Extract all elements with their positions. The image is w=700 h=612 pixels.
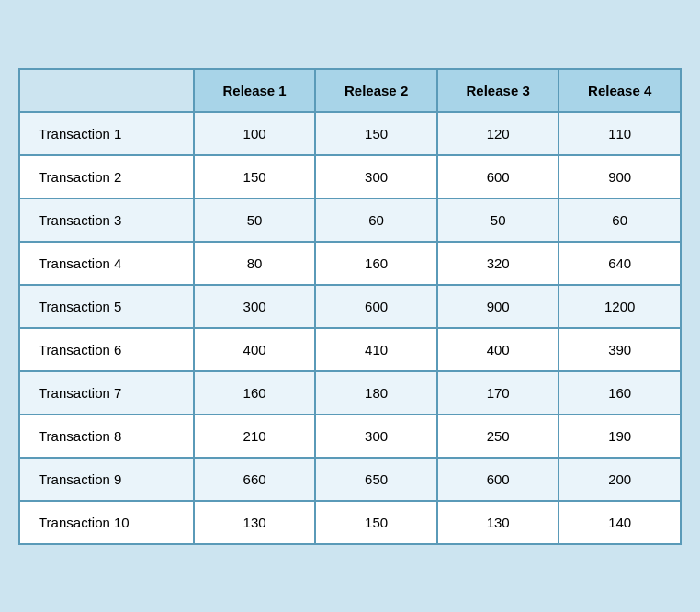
cell-row8-col4: 190 [559,414,681,458]
cell-row10-col4: 140 [559,501,681,544]
header-release4: Release 4 [559,69,681,112]
table-row: Transaction 2150300600900 [19,155,681,198]
cell-row7-col2: 180 [315,371,437,414]
cell-row7-col4: 160 [559,371,681,414]
cell-row5-col4: 1200 [559,285,681,328]
header-empty [19,69,194,112]
cell-row5-col2: 600 [315,285,437,328]
row-label-5: Transaction 5 [19,285,194,328]
cell-row10-col3: 130 [437,501,559,544]
row-label-7: Transaction 7 [19,371,194,414]
cell-row5-col3: 900 [437,285,559,328]
table-row: Transaction 53006009001200 [19,285,681,328]
cell-row9-col3: 600 [437,458,559,501]
cell-row3-col1: 50 [194,198,316,242]
row-label-1: Transaction 1 [19,112,194,155]
cell-row3-col2: 60 [315,198,437,242]
table-row: Transaction 8210300250190 [19,414,681,458]
table-row: Transaction 480160320640 [19,242,681,285]
table-row: Transaction 6400410400390 [19,328,681,371]
row-label-8: Transaction 8 [19,414,194,458]
cell-row8-col2: 300 [315,414,437,458]
cell-row6-col1: 400 [194,328,316,371]
cell-row9-col4: 200 [559,458,681,501]
cell-row1-col3: 120 [437,112,559,155]
cell-row10-col1: 130 [194,501,316,544]
row-label-3: Transaction 3 [19,198,194,242]
header-release2: Release 2 [315,69,437,112]
cell-row4-col3: 320 [437,242,559,285]
cell-row6-col4: 390 [559,328,681,371]
cell-row7-col3: 170 [437,371,559,414]
cell-row2-col3: 600 [437,155,559,198]
row-label-4: Transaction 4 [19,242,194,285]
cell-row9-col2: 650 [315,458,437,501]
cell-row3-col3: 50 [437,198,559,242]
table-row: Transaction 7160180170160 [19,371,681,414]
cell-row4-col4: 640 [559,242,681,285]
row-label-2: Transaction 2 [19,155,194,198]
cell-row5-col1: 300 [194,285,316,328]
cell-row2-col4: 900 [559,155,681,198]
cell-row8-col1: 210 [194,414,316,458]
cell-row1-col1: 100 [194,112,316,155]
header-release3: Release 3 [437,69,559,112]
cell-row6-col3: 400 [437,328,559,371]
header-row: Release 1 Release 2 Release 3 Release 4 [19,69,681,112]
row-label-10: Transaction 10 [19,501,194,544]
cell-row7-col1: 160 [194,371,316,414]
cell-row10-col2: 150 [315,501,437,544]
row-label-9: Transaction 9 [19,458,194,501]
cell-row1-col2: 150 [315,112,437,155]
cell-row2-col1: 150 [194,155,316,198]
cell-row4-col1: 80 [194,242,316,285]
row-label-6: Transaction 6 [19,328,194,371]
cell-row9-col1: 660 [194,458,316,501]
table-row: Transaction 1100150120110 [19,112,681,155]
table-container: Release 1 Release 2 Release 3 Release 4 … [0,50,700,563]
data-table: Release 1 Release 2 Release 3 Release 4 … [18,68,682,545]
cell-row2-col2: 300 [315,155,437,198]
header-release1: Release 1 [194,69,316,112]
cell-row6-col2: 410 [315,328,437,371]
cell-row1-col4: 110 [559,112,681,155]
table-row: Transaction 10130150130140 [19,501,681,544]
cell-row3-col4: 60 [559,198,681,242]
table-row: Transaction 350605060 [19,198,681,242]
table-row: Transaction 9660650600200 [19,458,681,501]
cell-row4-col2: 160 [315,242,437,285]
cell-row8-col3: 250 [437,414,559,458]
